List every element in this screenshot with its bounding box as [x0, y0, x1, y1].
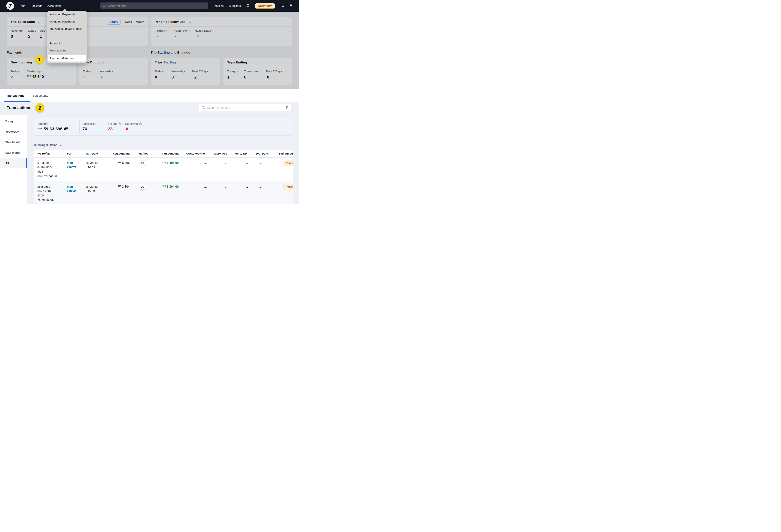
due-incoming-today[interactable]: Today› ✓	[11, 70, 27, 79]
date-filter-sidebar: Today Yesterday This Month Last Month Al…	[0, 115, 27, 204]
trips-starting-yesterday[interactable]: Yesterday› 0	[171, 70, 192, 80]
arrow-right-icon[interactable]: →	[38, 20, 41, 24]
sidebar-item-all[interactable]: All	[0, 158, 27, 168]
menu-item-outgoing-payments[interactable]: Outgoing Payments	[47, 18, 87, 25]
menu-item-transactions[interactable]: Transactions	[47, 47, 87, 54]
nav-item-bookings[interactable]: Bookings	[31, 4, 42, 7]
brand-logo[interactable]	[6, 2, 14, 10]
notifications-bell-icon[interactable]	[246, 4, 250, 8]
menu-item-payment-gateway[interactable]: Payment Gateway	[48, 55, 86, 61]
sidebar-item-yesterday[interactable]: Yesterday	[0, 126, 27, 137]
link-label[interactable]: Today	[157, 29, 165, 32]
link-label[interactable]: Yesterday	[171, 70, 185, 73]
followups-today[interactable]: Today› ✓	[157, 29, 174, 39]
installment-link[interactable]: Instl	[67, 161, 85, 165]
count-value: 1	[227, 75, 244, 80]
txn-search-input[interactable]	[207, 106, 286, 109]
link-label[interactable]: Today	[11, 70, 19, 73]
cell-method: DC	[137, 184, 161, 189]
installment-link[interactable]: #18577	[67, 165, 85, 169]
summary-amount-value: 59,63,696.45	[43, 127, 69, 131]
table-row[interactable]: 2c852dc1- b877-4e64- 870f- 7f37f5f365d3 …	[34, 181, 293, 204]
stat-quotations: Quot 1	[40, 29, 46, 39]
page: Trips Bookings Accounting Services Suppl…	[0, 0, 299, 204]
link-label[interactable]: Yesterday	[27, 70, 41, 73]
link-label[interactable]: Yesterday	[99, 70, 113, 73]
status-badge: Pending	[284, 160, 293, 166]
filter-sliders-icon[interactable]	[286, 106, 289, 109]
stat-revenue: Revenue 0	[11, 29, 28, 39]
due-outgoing-yesterday[interactable]: Yesterday› ✓	[99, 70, 115, 79]
arrow-right-icon[interactable]: →	[188, 20, 192, 24]
tab-settlements[interactable]: Settlements	[33, 94, 48, 97]
refresh-icon[interactable]	[59, 143, 63, 146]
link-label[interactable]: Today	[227, 70, 236, 73]
nav-item-trips[interactable]: Trips	[19, 4, 25, 7]
link-label[interactable]: Next 7 Days	[192, 70, 208, 73]
nav-item-accounting[interactable]: Accounting	[47, 4, 61, 7]
range-tab-today[interactable]: Today	[107, 19, 121, 25]
info-icon[interactable]: i	[139, 123, 142, 125]
info-icon[interactable]: i	[118, 123, 121, 125]
home-icon[interactable]	[280, 4, 284, 8]
sidebar-item-today[interactable]: Today	[0, 116, 27, 126]
currency-label: INR	[162, 161, 166, 164]
cell-conv-fee-tax: ...	[186, 161, 214, 165]
menu-item-trip-check-report[interactable]: Trip Check In/Out Report	[47, 25, 87, 32]
sidebar-item-last-month[interactable]: Last Month	[0, 147, 27, 158]
arrow-right-icon[interactable]: →	[107, 60, 111, 64]
nav-item-suppliers[interactable]: Suppliers	[229, 4, 241, 7]
arrow-right-icon[interactable]: →	[250, 60, 253, 64]
table-row[interactable]: 512d9590- 0c1b-4835- afd8- 6871c27d4b6d …	[34, 158, 293, 181]
trips-starting-next7days[interactable]: Next 7 Days› 2	[192, 70, 210, 80]
installment-link[interactable]: Instl	[67, 184, 85, 189]
link-label[interactable]: Yesterday	[174, 29, 188, 32]
trip-search-input[interactable]	[107, 4, 206, 7]
trips-ending-tomorrow[interactable]: Tomorrow› 0	[244, 70, 266, 80]
due-incoming-yesterday[interactable]: Yesterday› INR48,640	[27, 70, 44, 79]
stat-label: Revenue	[11, 29, 28, 32]
link-label[interactable]: Today	[83, 70, 91, 73]
due-outgoing-today[interactable]: Today› ✓	[83, 70, 99, 79]
arrow-right-icon[interactable]: →	[178, 60, 182, 64]
chevron-right-icon: ›	[259, 70, 260, 73]
due-outgoing-card: Due Outgoing → Today› ✓ Yesterday› ✓	[79, 58, 148, 85]
trip-search-box[interactable]	[100, 2, 208, 9]
link-label[interactable]: Today	[155, 70, 163, 73]
summary-label: Successful	[82, 122, 102, 125]
link-label[interactable]: Prev 7 Days	[266, 70, 282, 73]
txn-search-box[interactable]	[199, 104, 292, 111]
nav-item-services[interactable]: Services	[213, 4, 224, 7]
link-label[interactable]: Next 7 Days	[195, 29, 211, 32]
chevron-right-icon: ›	[189, 29, 190, 32]
pg-ref-line: 0c1b-4835-	[37, 165, 67, 169]
pg-ref-line: 512d9590-	[37, 161, 67, 165]
cell-txn-amount: INR6,496.00	[161, 161, 186, 165]
cell-setl-amount: Pending	[279, 161, 293, 166]
profile-icon[interactable]	[289, 4, 293, 8]
trips-starting-title: Trips Starting	[155, 60, 176, 64]
txn-date-line: 15:53	[88, 189, 112, 193]
followups-yesterday[interactable]: Yesterday› ✓	[174, 29, 195, 39]
installment-link[interactable]: #18549	[67, 189, 85, 193]
txn-date-line: 16:03	[88, 165, 112, 169]
whats-new-button[interactable]: What's New	[255, 3, 275, 9]
cell-merc-fee: ...	[214, 161, 235, 165]
menu-item-accounts[interactable]: Accounts	[47, 40, 87, 47]
sidebar-item-this-month[interactable]: This Month	[0, 137, 27, 147]
count-value: 2	[194, 75, 210, 80]
link-label[interactable]: Tomorrow	[244, 70, 258, 73]
col-header-merc-fee: Merc. Fee	[214, 152, 235, 155]
col-header-method: Method	[137, 152, 161, 155]
range-tab-week[interactable]: Week	[125, 20, 132, 24]
menu-item-incoming-payments[interactable]: Incoming Payments	[47, 11, 87, 18]
range-tabs: Today Week Month	[107, 19, 145, 25]
followups-next7days[interactable]: Next 7 Days› ✓	[195, 29, 213, 39]
check-icon: ✓	[174, 34, 195, 39]
col-header-pg-ref-id: PG Ref ID	[37, 152, 67, 155]
trips-ending-prev7days[interactable]: Prev 7 Days› 0	[266, 70, 285, 80]
range-tab-month[interactable]: Month	[136, 20, 145, 24]
trips-starting-today[interactable]: Today› 0	[155, 70, 171, 80]
trips-ending-today[interactable]: Today› 1	[227, 70, 244, 80]
tab-transactions[interactable]: Transactions	[6, 94, 25, 97]
